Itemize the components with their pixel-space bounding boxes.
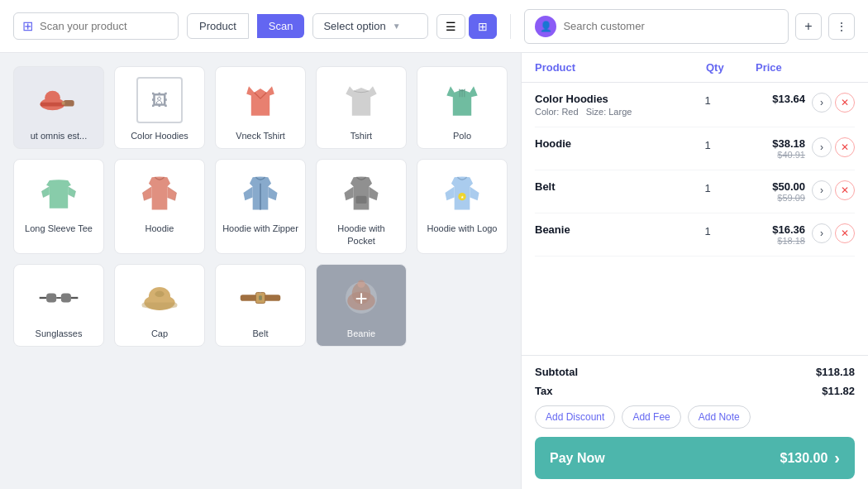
table-row: Hoodie 1 $38.18 $40.91 › ✕ bbox=[535, 127, 855, 170]
list-item[interactable]: Tshirt bbox=[316, 66, 407, 149]
list-item[interactable]: Long Sleeve Tee bbox=[13, 159, 104, 254]
add-customer-button[interactable]: + bbox=[795, 13, 822, 40]
product-grid: ut omnis est... 🖼 Color Hoodies Vneck Ts… bbox=[13, 66, 508, 347]
scan-button[interactable]: Scan bbox=[257, 14, 305, 38]
view-toggle: ☰ ⊞ bbox=[436, 14, 497, 39]
list-item[interactable]: + Beanie bbox=[316, 264, 407, 347]
svg-point-14 bbox=[155, 290, 164, 296]
product-image bbox=[135, 168, 184, 218]
cart-item-actions: › ✕ bbox=[812, 137, 855, 157]
product-name: Color Hoodies bbox=[131, 130, 188, 141]
product-image bbox=[336, 75, 386, 125]
cart-item-price: $50.00 $59.09 bbox=[739, 180, 805, 203]
customer-icon: 👤 bbox=[535, 16, 556, 37]
list-item[interactable]: Hoodie with Pocket bbox=[316, 159, 407, 254]
placeholder-image-icon: 🖼 bbox=[136, 77, 183, 123]
product-name: Belt bbox=[253, 328, 269, 339]
cart-item-detail-button[interactable]: › bbox=[812, 180, 832, 200]
list-item[interactable]: ut omnis est... bbox=[13, 66, 104, 149]
product-name: Long Sleeve Tee bbox=[25, 223, 93, 234]
product-image bbox=[437, 75, 487, 125]
cart-item-price: $16.36 $18.18 bbox=[739, 223, 805, 246]
cart-col-price: Price bbox=[756, 61, 822, 74]
cart-col-qty: Qty bbox=[706, 61, 756, 74]
add-fee-button[interactable]: Add Fee bbox=[622, 405, 680, 429]
table-row: Beanie 1 $16.36 $18.18 › ✕ bbox=[535, 213, 855, 256]
scan-area: ⊞ bbox=[13, 12, 179, 40]
customer-search-box: 👤 bbox=[524, 9, 789, 44]
more-options-button[interactable]: ⋮ bbox=[828, 13, 855, 40]
top-bar: ⊞ Product Scan Select option ▼ ☰ ⊞ 👤 + ⋮ bbox=[0, 0, 868, 53]
svg-rect-9 bbox=[46, 293, 56, 302]
select-option-label: Select option bbox=[323, 20, 385, 32]
list-item[interactable]: Hoodie with Zipper bbox=[215, 159, 306, 254]
main-content: ut omnis est... 🖼 Color Hoodies Vneck Ts… bbox=[0, 53, 868, 489]
customer-search-input[interactable] bbox=[563, 20, 778, 32]
divider bbox=[510, 14, 511, 39]
svg-rect-17 bbox=[259, 295, 262, 300]
product-image bbox=[135, 273, 184, 323]
svg-rect-2 bbox=[41, 103, 65, 107]
product-name: ut omnis est... bbox=[31, 130, 87, 141]
tax-value: $11.82 bbox=[822, 385, 855, 397]
pay-now-button[interactable]: Pay Now $130.00 › bbox=[535, 437, 855, 479]
cart-item-remove-button[interactable]: ✕ bbox=[835, 137, 855, 157]
cart-item-qty: 1 bbox=[683, 223, 732, 237]
list-item[interactable]: Sunglasses bbox=[13, 264, 104, 347]
list-view-button[interactable]: ☰ bbox=[436, 14, 465, 39]
add-plus-icon: + bbox=[346, 282, 377, 314]
cart-item-detail-button[interactable]: › bbox=[812, 223, 832, 243]
pay-now-label: Pay Now bbox=[550, 451, 605, 466]
cart-item-info: Hoodie bbox=[535, 137, 676, 150]
product-name: Vneck Tshirt bbox=[236, 130, 285, 141]
svg-rect-3 bbox=[64, 100, 74, 106]
cart-item-detail-button[interactable]: › bbox=[812, 137, 832, 157]
scan-icon: ⊞ bbox=[22, 18, 33, 34]
list-item[interactable]: ★ Hoodie with Logo bbox=[417, 159, 508, 254]
list-item[interactable]: Polo bbox=[417, 66, 508, 149]
add-note-button[interactable]: Add Note bbox=[688, 405, 751, 429]
cart-item-actions: › ✕ bbox=[812, 223, 855, 243]
product-name: Polo bbox=[453, 130, 471, 141]
cart-item-detail-button[interactable]: › bbox=[812, 93, 832, 113]
cart-col-product: Product bbox=[535, 61, 706, 74]
tax-label: Tax bbox=[535, 385, 552, 397]
cart-item-qty: 1 bbox=[683, 180, 732, 194]
product-name: Hoodie with Zipper bbox=[222, 223, 298, 234]
cart-item-info: Beanie bbox=[535, 223, 676, 236]
table-row: Color Hoodies Color: Red Size: Large 1 $… bbox=[535, 83, 855, 127]
product-name: Hoodie bbox=[145, 223, 174, 234]
cart-item-name: Beanie bbox=[535, 223, 676, 236]
cart-item-remove-button[interactable]: ✕ bbox=[835, 93, 855, 113]
product-button[interactable]: Product bbox=[187, 13, 249, 39]
subtotal-label: Subtotal bbox=[535, 366, 578, 378]
product-name: Beanie bbox=[347, 328, 375, 339]
pay-arrow-icon: › bbox=[834, 448, 840, 467]
list-item[interactable]: 🖼 Color Hoodies bbox=[114, 66, 205, 149]
table-row: Belt 1 $50.00 $59.09 › ✕ bbox=[535, 170, 855, 213]
cart-item-remove-button[interactable]: ✕ bbox=[835, 223, 855, 243]
list-item[interactable]: Vneck Tshirt bbox=[215, 66, 306, 149]
cart-header: Product Qty Price bbox=[522, 53, 868, 83]
list-item[interactable]: Belt bbox=[215, 264, 306, 347]
pay-now-amount: $130.00 › bbox=[780, 448, 840, 467]
product-name: Cap bbox=[151, 328, 168, 339]
product-image bbox=[34, 168, 83, 218]
scan-input[interactable] bbox=[40, 20, 169, 32]
grid-view-button[interactable]: ⊞ bbox=[469, 14, 497, 39]
list-item[interactable]: Hoodie bbox=[114, 159, 205, 254]
product-name: Sunglasses bbox=[36, 328, 83, 339]
customer-area: 👤 + ⋮ bbox=[524, 9, 855, 44]
cart-panel: Product Qty Price Color Hoodies Color: R… bbox=[521, 53, 868, 489]
product-image bbox=[336, 168, 386, 218]
add-discount-button[interactable]: Add Discount bbox=[535, 405, 615, 429]
chevron-down-icon: ▼ bbox=[393, 22, 401, 31]
product-image: ★ bbox=[437, 168, 487, 218]
product-image bbox=[236, 75, 285, 125]
cart-item-price: $38.18 $40.91 bbox=[739, 137, 805, 160]
cart-item-name: Color Hoodies bbox=[535, 93, 676, 105]
select-option-dropdown[interactable]: Select option ▼ bbox=[312, 13, 428, 39]
list-item[interactable]: Cap bbox=[114, 264, 205, 347]
cart-item-remove-button[interactable]: ✕ bbox=[835, 180, 855, 200]
cart-item-variant: Color: Red Size: Large bbox=[535, 107, 676, 117]
